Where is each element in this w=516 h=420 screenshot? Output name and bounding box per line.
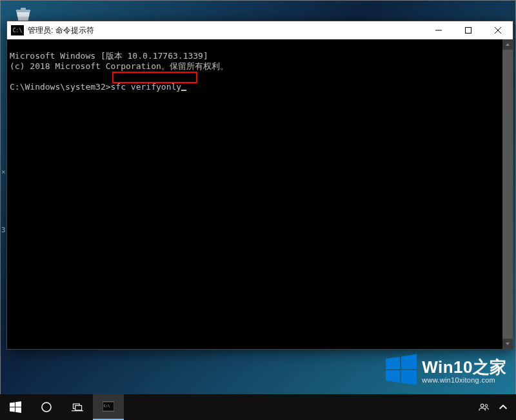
system-tray (479, 402, 516, 412)
window-title: 管理员: 命令提示符 (28, 25, 94, 36)
svg-marker-14 (10, 408, 15, 412)
terminal-scrollbar[interactable] (502, 39, 513, 349)
terminal-prompt-line: C:\Windows\system32>sfc verifyonly (10, 82, 186, 92)
windows-logo-icon (386, 354, 417, 388)
svg-text:C:\: C:\ (104, 404, 110, 408)
watermark-title: Win10之家 (422, 358, 507, 377)
svg-marker-6 (506, 43, 510, 46)
people-icon[interactable] (479, 402, 489, 412)
svg-point-16 (42, 403, 51, 412)
terminal-area[interactable]: Microsoft Windows [版本 10.0.17763.1339] (… (7, 39, 513, 349)
svg-rect-18 (75, 406, 82, 410)
svg-marker-11 (401, 370, 417, 385)
scroll-up-button[interactable] (502, 39, 513, 50)
svg-point-22 (481, 404, 484, 407)
window-controls (424, 21, 513, 39)
edge-mark-1: × (1, 168, 6, 176)
taskbar-cmd-app[interactable]: C:\ (93, 394, 124, 420)
edge-mark-2: 3 (1, 226, 6, 234)
svg-marker-13 (15, 401, 21, 407)
svg-marker-8 (386, 357, 400, 369)
tray-chevron-up-icon[interactable] (498, 402, 508, 412)
prompt-path: C:\Windows\system32> (10, 82, 111, 92)
cmd-taskbar-icon: C:\ (103, 401, 114, 412)
cursor (181, 90, 186, 91)
svg-marker-9 (401, 354, 417, 369)
start-button[interactable] (0, 394, 31, 420)
svg-marker-12 (10, 402, 15, 406)
task-view-button[interactable] (62, 394, 93, 420)
close-button[interactable] (483, 21, 513, 39)
scroll-thumb[interactable] (502, 50, 513, 339)
command-prompt-window: C:\ 管理员: 命令提示符 Microsoft Windows [版本 10.… (6, 21, 513, 350)
svg-marker-7 (506, 343, 510, 345)
window-titlebar[interactable]: C:\ 管理员: 命令提示符 (7, 21, 513, 39)
svg-rect-3 (466, 28, 471, 34)
task-view-icon (72, 401, 83, 413)
svg-marker-10 (386, 370, 400, 383)
watermark: Win10之家 www.win10xitong.com (386, 354, 507, 388)
cmd-icon: C:\ (11, 25, 24, 35)
cortana-button[interactable] (31, 394, 62, 420)
terminal-line: (c) 2018 Microsoft Corporation。保留所有权利。 (10, 61, 228, 71)
typed-command: sfc verifyonly (111, 82, 182, 92)
svg-rect-1 (21, 8, 26, 10)
svg-marker-15 (15, 408, 21, 414)
windows-start-icon (10, 401, 21, 413)
scroll-down-button[interactable] (502, 339, 513, 349)
svg-rect-0 (16, 10, 30, 12)
svg-point-23 (485, 405, 488, 407)
cortana-circle-icon (41, 401, 52, 413)
maximize-button[interactable] (453, 21, 483, 39)
minimize-button[interactable] (424, 21, 453, 39)
taskbar: C:\ (0, 394, 516, 420)
watermark-subtitle: www.win10xitong.com (422, 376, 507, 384)
terminal-line: Microsoft Windows [版本 10.0.17763.1339] (10, 51, 208, 61)
